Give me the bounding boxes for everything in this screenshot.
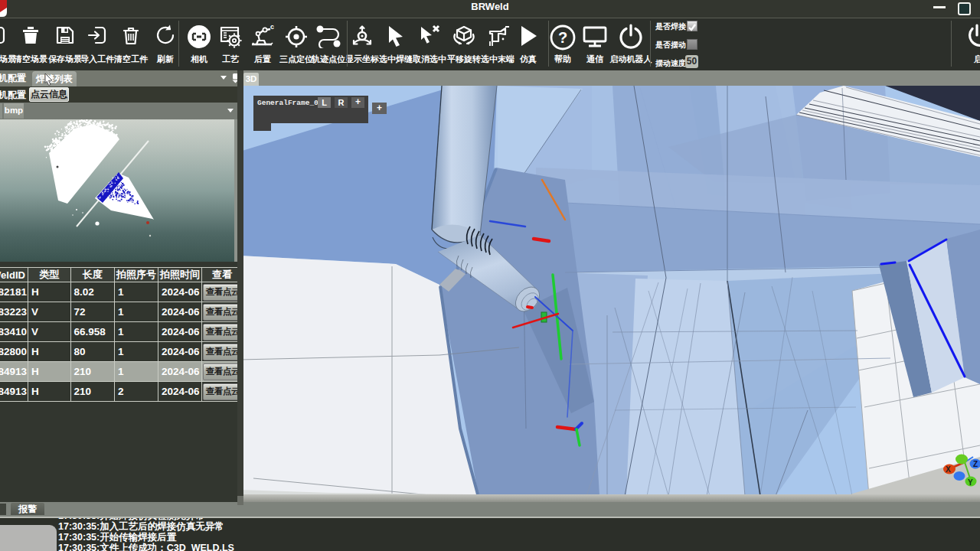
svg-text:X: X [946, 465, 951, 474]
svg-text:Y: Y [968, 478, 973, 487]
svg-text:Z: Z [973, 460, 978, 468]
